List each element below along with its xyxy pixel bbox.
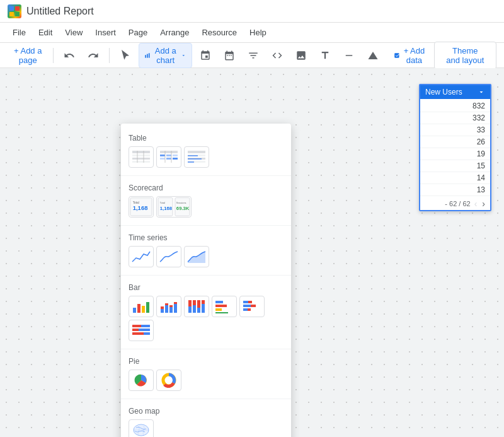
chart-btn-scorecard-compact[interactable]: Total 1,168 [129,196,154,218]
chart-btn-bar-100[interactable] [184,296,209,317]
svg-rect-39 [137,304,140,313]
sort-icon [478,88,485,96]
chart-btn-table-bars[interactable] [184,146,209,168]
svg-rect-4 [145,55,146,57]
toolbar-divider-1 [53,48,54,63]
chart-btn-table-heatmap[interactable] [156,146,181,168]
menu-edit[interactable]: Edit [33,25,57,40]
chart-btn-time-series-line[interactable] [129,246,154,267]
table-row: 832 [420,100,490,112]
svg-rect-65 [251,305,256,307]
svg-rect-62 [243,301,248,303]
svg-rect-7 [132,151,150,153]
chart-btn-bar-horizontal-100[interactable] [129,320,154,341]
menu-page[interactable]: Page [123,25,152,40]
svg-rect-26 [188,158,202,160]
svg-rect-48 [174,304,177,313]
code-button[interactable] [266,47,288,64]
divider-3 [121,275,291,276]
svg-rect-42 [161,309,164,313]
chart-section-time-series: Time series [121,228,291,272]
table-row: 332 [420,112,490,124]
svg-rect-16 [173,154,178,156]
menu-resource[interactable]: Resource [197,25,242,40]
shape-button[interactable] [362,47,384,64]
text-button[interactable] [314,47,336,64]
menu-view[interactable]: View [60,25,88,40]
line-button[interactable] [338,47,360,64]
component-options-button[interactable] [195,47,216,64]
svg-text:1,168: 1,168 [133,204,148,211]
add-data-label: + Add data [402,46,426,65]
column-header-label: New Users [425,88,462,96]
table-row: 26 [420,136,490,148]
add-data-button[interactable]: + Add data [389,44,432,67]
menu-help[interactable]: Help [244,25,272,40]
chart-btn-bar-horizontal-stacked[interactable] [239,296,265,317]
date-range-button[interactable] [219,47,240,64]
chart-icon [144,50,151,61]
scorecard-icons-row: Total 1,168 Total 1,168 Sessions 69.3K [129,196,284,218]
image-button[interactable] [290,47,312,64]
chart-btn-time-series-area[interactable] [184,246,209,267]
chart-btn-table-plain[interactable] [129,146,154,168]
bar-icons-row [129,296,284,341]
svg-rect-60 [215,308,222,311]
select-tool-button[interactable] [115,47,136,64]
svg-rect-57 [202,300,205,304]
menu-insert[interactable]: Insert [90,25,121,40]
svg-rect-61 [215,312,228,313]
components-icon [200,50,211,61]
chart-section-bar: Bar [121,278,291,346]
svg-rect-10 [132,161,150,163]
cursor-icon [120,50,131,61]
theme-layout-button[interactable]: Theme and layout [434,42,496,69]
svg-rect-51 [188,300,192,306]
filter-button[interactable] [243,47,264,64]
prev-page-button[interactable]: ‹ [473,199,479,209]
svg-rect-71 [132,329,139,331]
svg-rect-8 [132,154,150,156]
svg-rect-44 [165,305,168,313]
report-widget-rows: 832 332 33 26 19 15 14 13 [420,99,490,197]
chart-type-dropdown: Table Scorecard [121,124,291,437]
geo-icons-row [129,419,284,437]
time-series-icons-row [129,246,284,267]
chart-btn-bar-horizontal[interactable] [212,296,237,317]
chart-btn-scorecard-comparison[interactable]: Total 1,168 Sessions 69.3K [156,196,192,218]
chart-btn-geo-map[interactable] [129,419,154,437]
menu-bar: File Edit View Insert Page Arrange Resou… [0,23,504,43]
chart-btn-time-series-smooth[interactable] [156,246,181,267]
svg-rect-38 [133,308,136,313]
menu-file[interactable]: File [8,25,31,40]
svg-text:69.3K: 69.3K [176,206,190,211]
menu-arrange[interactable]: Arrange [155,25,194,40]
redo-button[interactable] [83,47,104,64]
svg-rect-55 [197,300,200,308]
page-title: Untitled Report [26,6,94,17]
redo-icon [88,50,99,61]
report-widget: New Users 832 332 33 26 19 15 14 13 - 62… [419,84,491,211]
app-logo [8,4,21,18]
svg-rect-67 [248,308,251,311]
line-draw-icon [343,50,355,61]
chart-btn-bar-vertical[interactable] [129,296,154,317]
scorecard-section-title: Scorecard [129,184,284,192]
add-page-button[interactable]: + Add a page [8,44,48,67]
svg-rect-49 [174,302,177,304]
next-page-button[interactable]: › [481,199,486,209]
add-chart-button[interactable]: Add a chart [139,43,192,68]
table-icons-row [129,146,284,168]
svg-rect-58 [215,301,223,303]
chart-btn-bar-stacked[interactable] [156,296,181,317]
chart-btn-donut[interactable] [156,370,181,391]
calendar-icon [224,50,235,61]
undo-button[interactable] [59,47,80,64]
svg-rect-14 [160,154,165,156]
svg-rect-66 [243,308,248,311]
chart-btn-pie[interactable] [129,370,154,391]
text-icon [319,50,331,61]
table-row: 33 [420,124,490,136]
divider-2 [121,225,291,226]
svg-text:Total: Total [160,202,165,204]
